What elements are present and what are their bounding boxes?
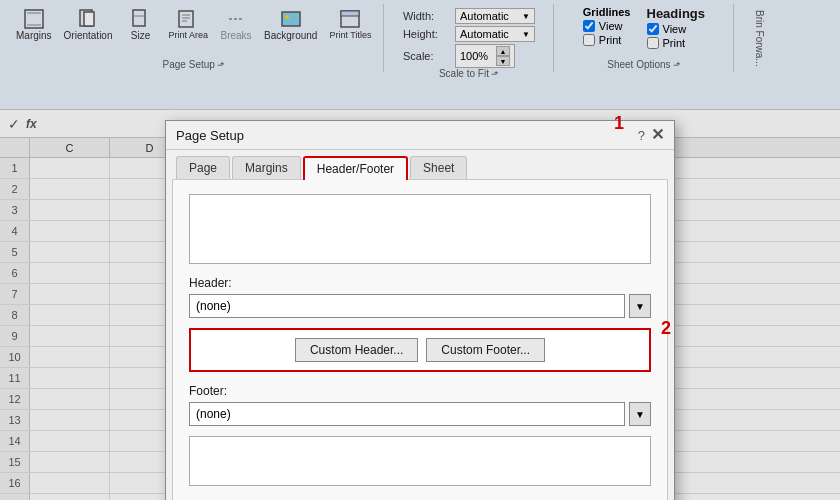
dialog-title: Page Setup <box>176 128 244 143</box>
tab-page[interactable]: Page <box>176 156 230 179</box>
tab-margins[interactable]: Margins <box>232 156 301 179</box>
tab-sheet[interactable]: Sheet <box>410 156 467 179</box>
dialog-tabs: Page Margins Header/Footer Sheet <box>166 150 674 179</box>
page-setup-dialog: 1 Page Setup ? ✕ Page Margins Header/Foo… <box>165 120 675 500</box>
dialog-help-button[interactable]: ? <box>638 128 645 143</box>
annotation-2: 2 <box>661 318 671 339</box>
custom-buttons-row: Custom Header... Custom Footer... <box>189 328 651 372</box>
annotation-1: 1 <box>614 113 624 134</box>
dialog-controls: ? ✕ <box>638 127 664 143</box>
footer-label: Footer: <box>189 384 651 398</box>
custom-header-button[interactable]: Custom Header... <box>295 338 418 362</box>
footer-preview-box <box>189 436 651 486</box>
footer-dropdown[interactable]: (none) <box>189 402 625 426</box>
dialog-close-button[interactable]: ✕ <box>651 127 664 143</box>
header-dropdown-arrow[interactable]: ▼ <box>629 294 651 318</box>
custom-buttons-container: Custom Header... Custom Footer... 2 <box>189 328 651 372</box>
header-dropdown-row: (none) ▼ <box>189 294 651 318</box>
header-dropdown[interactable]: (none) <box>189 294 625 318</box>
footer-dropdown-arrow[interactable]: ▼ <box>629 402 651 426</box>
header-label: Header: <box>189 276 651 290</box>
dialog-titlebar: Page Setup ? ✕ <box>166 121 674 150</box>
footer-dropdown-row: (none) ▼ <box>189 402 651 426</box>
tab-header-footer[interactable]: Header/Footer <box>303 156 408 180</box>
header-preview-box <box>189 194 651 264</box>
dialog-content: Header: (none) ▼ Custom Header... Custom… <box>172 179 668 500</box>
custom-footer-button[interactable]: Custom Footer... <box>426 338 545 362</box>
